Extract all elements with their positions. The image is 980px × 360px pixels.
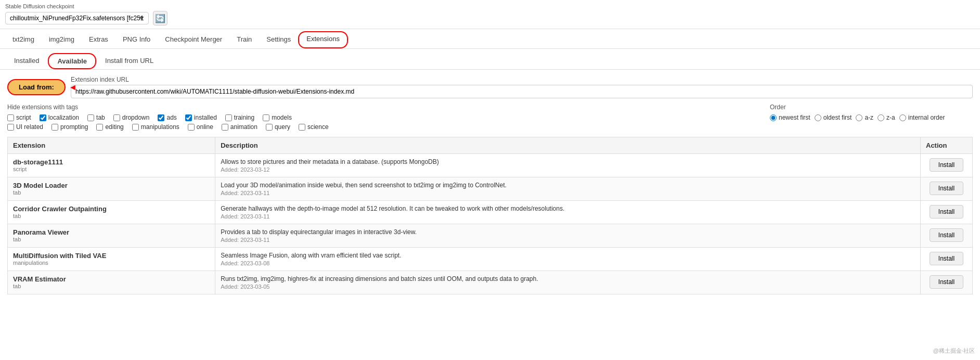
subtab-installfromurl[interactable]: Install from URL (96, 53, 162, 69)
install-button[interactable]: Install (930, 228, 963, 242)
refresh-button[interactable]: 🔄 (153, 11, 167, 25)
tab-extensions[interactable]: Extensions (298, 31, 348, 48)
filter-query-check[interactable] (266, 124, 273, 131)
filter-dropdown[interactable]: dropdown (113, 114, 150, 121)
filter-manipulations-check[interactable] (132, 124, 139, 131)
top-bar: Stable Diffusion checkpoint chilloutmix_… (0, 0, 980, 29)
filter-installed-check[interactable] (185, 114, 192, 121)
tab-txt2img[interactable]: txt2img (5, 31, 42, 48)
table-row: Corridor Crawler Outpainting tab Generat… (8, 201, 973, 224)
sub-tabs: Installed Available Install from URL (0, 49, 980, 70)
filter-ads[interactable]: ads (158, 114, 176, 121)
ext-date: Added: 2023-03-11 (221, 190, 915, 196)
filter-localization[interactable]: localization (40, 114, 79, 121)
tab-checkpointmerger[interactable]: Checkpoint Merger (158, 31, 229, 48)
ext-type: tab (13, 189, 210, 196)
filter-animation[interactable]: animation (222, 123, 257, 131)
install-button[interactable]: Install (930, 205, 963, 218)
install-button[interactable]: Install (930, 275, 963, 289)
tab-settings[interactable]: Settings (259, 31, 298, 48)
order-oldest-radio[interactable] (815, 114, 821, 121)
filter-prompting[interactable]: prompting (51, 123, 88, 131)
ext-desc: Generate hallways with the depth-to-imag… (221, 205, 915, 212)
main-tabs: txt2img img2img Extras PNG Info Checkpoi… (0, 31, 980, 49)
filter-ads-check[interactable] (158, 114, 164, 121)
load-from-button[interactable]: Load from: (7, 79, 66, 95)
filter-tab[interactable]: tab (87, 114, 105, 121)
filter-query[interactable]: query (266, 123, 290, 131)
ext-name: MultiDiffusion with Tiled VAE (13, 252, 210, 260)
filter-editing[interactable]: editing (96, 123, 123, 131)
subtab-available[interactable]: Available (48, 53, 96, 69)
ext-desc: Provides a tab to display equirectangula… (221, 228, 915, 236)
order-za[interactable]: z-a (878, 114, 895, 121)
install-button[interactable]: Install (930, 158, 963, 172)
filter-script[interactable]: script (7, 114, 31, 121)
filter-row-1: script localization tab dropdown ads (7, 114, 754, 121)
order-internal[interactable]: internal order (899, 114, 945, 121)
ext-date: Added: 2023-03-11 (221, 237, 915, 243)
table-row: 3D Model Loader tab Load your 3D model/a… (8, 177, 973, 201)
filter-script-check[interactable] (7, 114, 14, 121)
order-internal-radio[interactable] (899, 114, 906, 121)
table-row: Panorama Viewer tab Provides a tab to di… (8, 224, 973, 248)
col-action: Action (921, 137, 973, 154)
filter-models[interactable]: models (263, 114, 292, 121)
ext-name: Corridor Crawler Outpainting (13, 205, 210, 213)
checkpoint-row: chilloutmix_NiPrunedFp32Fix.safetensors … (5, 11, 975, 25)
ext-type: script (13, 166, 210, 172)
filters-left: Hide extensions with tags script localiz… (7, 104, 754, 133)
ext-date: Added: 2023-03-05 (221, 284, 915, 290)
order-newest[interactable]: newest first (770, 114, 810, 121)
order-section: Order newest first oldest first a-z z-a (754, 104, 973, 121)
table-row: MultiDiffusion with Tiled VAE manipulati… (8, 248, 973, 271)
filter-online-check[interactable] (188, 124, 195, 131)
subtab-installed[interactable]: Installed (5, 53, 48, 69)
filter-science-check[interactable] (299, 124, 305, 131)
filter-tab-check[interactable] (87, 114, 94, 121)
order-za-radio[interactable] (878, 114, 884, 121)
filter-animation-check[interactable] (222, 124, 228, 131)
filter-label: Hide extensions with tags (7, 104, 754, 111)
tab-img2img[interactable]: img2img (42, 31, 82, 48)
ext-desc: Allows to store pictures and their metad… (221, 158, 915, 165)
checkpoint-select[interactable]: chilloutmix_NiPrunedFp32Fix.safetensors … (5, 12, 149, 24)
tab-train[interactable]: Train (229, 31, 259, 48)
filter-training-check[interactable] (225, 114, 232, 121)
order-az-radio[interactable] (856, 114, 862, 121)
url-input[interactable] (71, 85, 973, 98)
ext-name: 3D Model Loader (13, 182, 210, 189)
filter-online[interactable]: online (188, 123, 213, 131)
filter-models-check[interactable] (263, 114, 269, 121)
tab-pnginfo[interactable]: PNG Info (115, 31, 158, 48)
order-label: Order (770, 104, 973, 111)
filter-row-2: UI related prompting editing manipulatio… (7, 123, 754, 131)
filter-manipulations[interactable]: manipulations (132, 123, 179, 131)
ext-name: db-storage1111 (13, 158, 210, 166)
extensions-table: Extension Description Action db-storage1… (7, 137, 973, 294)
filter-installed[interactable]: installed (185, 114, 217, 121)
install-button[interactable]: Install (930, 182, 963, 195)
filters-order-row: Hide extensions with tags script localiz… (7, 104, 973, 133)
filter-science[interactable]: science (299, 123, 329, 131)
order-az[interactable]: a-z (856, 114, 873, 121)
ext-date: Added: 2023-03-12 (221, 166, 915, 173)
ext-name: Panorama Viewer (13, 228, 210, 236)
filter-uirelated-check[interactable] (7, 124, 14, 131)
ext-type: tab (13, 283, 210, 289)
filter-prompting-check[interactable] (51, 124, 58, 131)
filter-uirelated[interactable]: UI related (7, 123, 43, 131)
order-options: newest first oldest first a-z z-a intern… (770, 114, 973, 121)
col-description: Description (215, 137, 921, 154)
ext-name: VRAM Estimator (13, 275, 210, 283)
order-newest-radio[interactable] (770, 114, 777, 121)
order-oldest[interactable]: oldest first (815, 114, 852, 121)
tab-extras[interactable]: Extras (82, 31, 115, 48)
filter-training[interactable]: training (225, 114, 254, 121)
filter-localization-check[interactable] (40, 114, 46, 121)
url-row: Load from: Extension index URL (7, 76, 973, 98)
install-button[interactable]: Install (930, 252, 963, 265)
filter-dropdown-check[interactable] (113, 114, 120, 121)
filter-editing-check[interactable] (96, 124, 103, 131)
ext-desc: Load your 3D model/animation inside webu… (221, 182, 915, 189)
